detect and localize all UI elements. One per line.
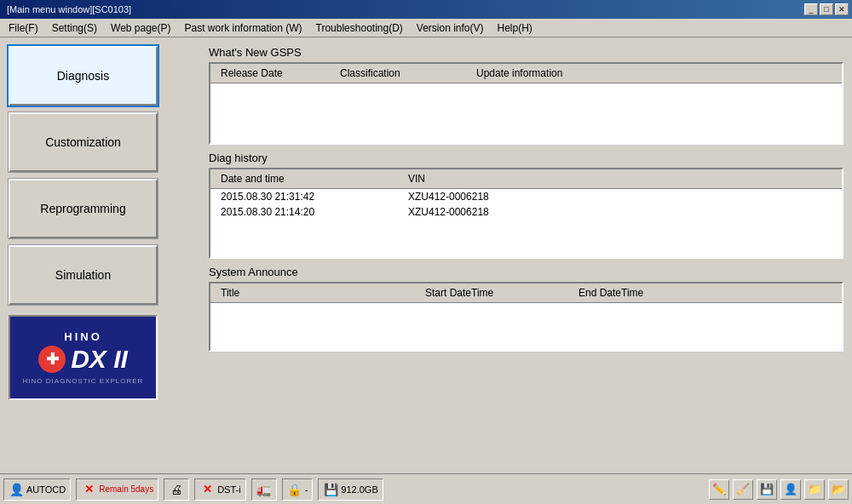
announce-col-end: End DateTime — [572, 285, 838, 301]
diag-row2-date: 2015.08.30 21:14:20 — [214, 205, 401, 219]
table-row: 2015.08.30 21:31:42 XZU412-0006218 — [210, 189, 842, 204]
error-icon: ✕ — [81, 482, 96, 497]
status-right-buttons: ✏️ 🧹 💾 👤 📁 📂 — [709, 479, 849, 500]
toolbar-clear-button[interactable]: 🧹 — [733, 479, 753, 500]
reprogramming-button[interactable]: Reprogramming — [9, 179, 158, 238]
announce-table: Title Start DateTime End DateTime — [209, 282, 843, 352]
status-vehicle: 🚛 — [251, 478, 277, 501]
error2-icon: ✕ — [199, 482, 215, 497]
status-bar: 👤 AUTOCD ✕ Remain 5days 🖨 ✕ DST-i 🚛 🔒 - … — [0, 473, 852, 504]
gsps-header: Release Date Classification Update infor… — [210, 64, 842, 83]
diag-header: Date and time VIN — [210, 169, 842, 189]
table-row: 2015.08.30 21:14:20 XZU412-0006218 — [210, 204, 842, 220]
diagnosis-button[interactable]: Diagnosis — [9, 46, 158, 106]
vehicle-icon: 🚛 — [256, 482, 272, 497]
gsps-col-class: Classification — [333, 66, 469, 81]
menu-version[interactable]: Version info(V) — [410, 20, 491, 36]
minimize-button[interactable]: _ — [804, 3, 818, 15]
maximize-button[interactable]: □ — [820, 3, 833, 15]
gsps-col-update: Update information — [469, 66, 838, 81]
storage-icon: 💾 — [323, 482, 338, 497]
title-bar-text: [Main menu window][SC0103] — [3, 4, 131, 14]
announce-col-start: Start DateTime — [418, 285, 572, 301]
title-bar: [Main menu window][SC0103] _ □ ✕ — [0, 0, 852, 19]
diag-col-date: Date and time — [214, 171, 401, 186]
status-dsti: ✕ DST-i — [194, 478, 246, 501]
sidebar: Diagnosis Customization Reprogramming Si… — [0, 37, 200, 473]
logo-subtitle: HINO DIAGNOSTIC EXPLORER — [23, 377, 144, 385]
announce-title: System Announce — [209, 266, 843, 278]
diag-row1-vin: XZU412-0006218 — [401, 190, 838, 203]
toolbar-user-button[interactable]: 👤 — [780, 479, 801, 500]
status-remain: ✕ Remain 5days — [76, 478, 158, 501]
simulation-button[interactable]: Simulation — [9, 245, 158, 305]
gsps-section: What's New GSPS Release Date Classificat… — [209, 46, 843, 145]
menu-bar: File(F) Setting(S) Web page(P) Past work… — [0, 19, 852, 37]
toolbar-save-button[interactable]: 💾 — [757, 479, 777, 500]
logo-model: DX II — [71, 345, 128, 374]
main-container: Diagnosis Customization Reprogramming Si… — [0, 37, 852, 473]
status-lock-label: - — [305, 484, 308, 495]
gsps-body — [210, 83, 842, 143]
announce-header: Title Start DateTime End DateTime — [210, 284, 842, 303]
diag-body: 2015.08.30 21:31:42 XZU412-0006218 2015.… — [210, 189, 842, 257]
diag-table: Date and time VIN 2015.08.30 21:31:42 XZ… — [209, 168, 843, 259]
toolbar-folder-button[interactable]: 📁 — [804, 479, 825, 500]
status-autocd: 👤 AUTOCD — [3, 478, 71, 501]
status-remain-label: Remain 5days — [99, 484, 153, 494]
logo-cross: ✚ — [38, 346, 66, 373]
diag-title: Diag history — [209, 152, 843, 164]
status-lock: 🔒 - — [282, 478, 314, 501]
announce-col-title: Title — [214, 285, 418, 301]
status-storage-label: 912.0GB — [341, 484, 377, 495]
diag-row2-vin: XZU412-0006218 — [401, 205, 838, 219]
diag-section: Diag history Date and time VIN 2015.08.3… — [209, 152, 843, 259]
status-printer: 🖨 — [164, 478, 189, 501]
menu-troubleshooting[interactable]: Troubleshooting(D) — [309, 20, 410, 36]
menu-past-work[interactable]: Past work information (W) — [178, 20, 309, 36]
menu-file[interactable]: File(F) — [2, 20, 45, 36]
status-autocd-label: AUTOCD — [26, 484, 66, 495]
toolbar-edit-button[interactable]: ✏️ — [709, 479, 729, 500]
menu-setting[interactable]: Setting(S) — [45, 20, 104, 36]
printer-icon: 🖨 — [169, 482, 184, 497]
lock-icon: 🔒 — [287, 482, 302, 497]
user-icon: 👤 — [9, 482, 24, 497]
diag-col-vin: VIN — [401, 171, 838, 186]
diag-row1-date: 2015.08.30 21:31:42 — [214, 190, 401, 203]
logo-area: HINO ✚ DX II HINO DIAGNOSTIC EXPLORER — [9, 315, 158, 400]
status-dsti-label: DST-i — [217, 484, 241, 495]
toolbar-open-button[interactable]: 📂 — [828, 479, 849, 500]
gsps-col-date: Release Date — [214, 66, 333, 81]
announce-body — [210, 303, 842, 350]
close-button[interactable]: ✕ — [835, 3, 849, 15]
menu-help[interactable]: Help(H) — [491, 20, 539, 36]
title-bar-controls: _ □ ✕ — [804, 3, 849, 15]
announce-section: System Announce Title Start DateTime End… — [209, 266, 843, 352]
customization-button[interactable]: Customization — [9, 112, 158, 172]
status-storage: 💾 912.0GB — [318, 478, 383, 501]
content-area: What's New GSPS Release Date Classificat… — [200, 37, 852, 473]
gsps-table: Release Date Classification Update infor… — [209, 62, 843, 145]
menu-webpage[interactable]: Web page(P) — [104, 20, 177, 36]
logo-brand: HINO — [64, 330, 102, 343]
gsps-title: What's New GSPS — [209, 46, 843, 59]
